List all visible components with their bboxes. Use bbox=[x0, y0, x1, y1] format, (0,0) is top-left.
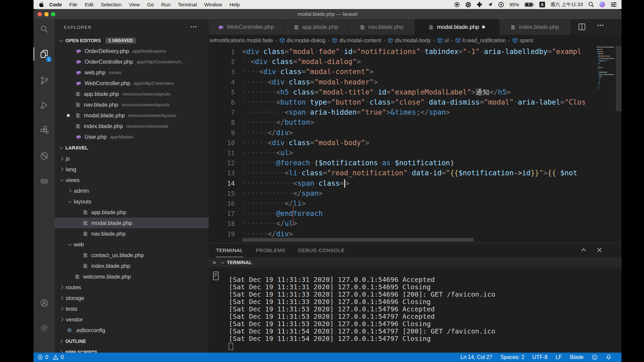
tree-item-welcome-blade-php[interactable]: welcome.blade.php bbox=[55, 271, 209, 282]
menu-bar-clock[interactable]: 週六 上午11:33 bbox=[550, 1, 583, 8]
code-line-11[interactable]: 11········<ul> bbox=[209, 148, 597, 158]
accounts-icon[interactable] bbox=[34, 294, 55, 312]
open-editor-item[interactable]: nav.blade.phpresources/views/layouts bbox=[55, 99, 209, 110]
code-line-14[interactable]: 14············<span·class=> bbox=[209, 178, 597, 189]
code-line-2[interactable]: 2··<div·class="modal-dialog"> bbox=[209, 57, 597, 67]
tree-item-js[interactable]: js bbox=[55, 153, 209, 164]
menu-code[interactable]: Code bbox=[46, 2, 66, 7]
panel-collapse-icon[interactable] bbox=[580, 247, 587, 253]
split-editor-icon[interactable] bbox=[578, 23, 586, 31]
breadcrumb-item[interactable]: div.modal-dialog bbox=[279, 38, 325, 44]
vertical-scrollbar[interactable] bbox=[616, 46, 622, 111]
pinwheel-icon[interactable] bbox=[465, 2, 471, 8]
code-line-1[interactable]: 1<div·class="modal·fade"·id="notificatio… bbox=[209, 47, 597, 57]
open-editor-item[interactable]: app.blade.phpresources/views/layouts bbox=[55, 88, 209, 99]
menu-edit[interactable]: Edit bbox=[81, 2, 97, 7]
close-window-button[interactable] bbox=[38, 12, 42, 16]
section-outline[interactable]: OUTLINE bbox=[55, 336, 209, 347]
tree-item-routes[interactable]: routes bbox=[55, 282, 209, 293]
menu-terminal[interactable]: Terminal bbox=[174, 2, 201, 7]
input-source-icon[interactable]: A bbox=[539, 2, 545, 7]
open-editor-item[interactable]: web.phproutes bbox=[55, 67, 209, 78]
tree-item-lang[interactable]: lang bbox=[55, 164, 209, 175]
panel-tab-problems[interactable]: PROBLEMS bbox=[256, 243, 285, 257]
problems-summary[interactable]: 0 0 bbox=[38, 354, 64, 360]
status-item[interactable]: Blade bbox=[570, 354, 584, 360]
code-line-12[interactable]: 12········@foreach·($notifications·as·$n… bbox=[209, 158, 597, 168]
tab-nav.blade.php[interactable]: nav.blade.php bbox=[349, 19, 415, 35]
tree-item-app-blade-php[interactable]: app.blade.php bbox=[55, 207, 209, 218]
tree-item-modal-blade-php[interactable]: modal.blade.php bbox=[55, 218, 209, 228]
status-item[interactable]: Ln 14, Col 27 bbox=[461, 354, 492, 360]
terminal-section-header[interactable]: > TERMINAL bbox=[209, 257, 622, 267]
menu-view[interactable]: View bbox=[125, 2, 143, 7]
tab-app.blade.php[interactable]: app.blade.php bbox=[283, 19, 349, 35]
status-item[interactable]: UTF-8 bbox=[532, 354, 547, 360]
terminal-output[interactable]: [Sat Dec 19 11:31:31 2020] 127.0.0.1:546… bbox=[229, 276, 495, 351]
tree-item-tests[interactable]: tests bbox=[55, 303, 209, 314]
explorer-icon[interactable]: 1 bbox=[34, 45, 55, 63]
breadcrumb-item[interactable]: div.modal-body bbox=[387, 38, 431, 44]
code-line-10[interactable]: 10······<div·class="modal-body"> bbox=[209, 138, 597, 148]
open-editor-item[interactable]: User.phpapp/Models bbox=[55, 131, 209, 142]
title-bar[interactable]: modal.blade.php — laravel bbox=[34, 9, 622, 19]
code-line-5[interactable]: 5········<h5·class="modal-title"·id="exa… bbox=[209, 87, 597, 98]
more-editor-actions-icon[interactable]: ⋯ bbox=[597, 21, 604, 29]
search-icon[interactable] bbox=[34, 20, 55, 38]
code-line-15[interactable]: 15············</span> bbox=[209, 188, 597, 199]
open-editors-header[interactable]: OPEN EDITORS 1 UNSAVED bbox=[55, 35, 209, 46]
tree-item-nav-blade-php[interactable]: nav.blade.php bbox=[55, 228, 209, 239]
breadcrumb-item[interactable]: iv#notifications.modal.fade bbox=[210, 38, 273, 44]
menu-file[interactable]: File bbox=[66, 2, 81, 7]
screen-record-icon[interactable] bbox=[454, 2, 460, 7]
code-line-19[interactable]: 19······</div> bbox=[209, 229, 597, 239]
horizontal-scrollbar[interactable] bbox=[242, 238, 474, 242]
terminal-log-icon[interactable] bbox=[212, 271, 220, 281]
workspace-root-header[interactable]: LARAVEL bbox=[55, 142, 209, 153]
settings-icon[interactable] bbox=[34, 319, 55, 337]
zoom-window-button[interactable] bbox=[51, 12, 55, 16]
code-line-8[interactable]: 8········</button> bbox=[209, 117, 597, 128]
panel-tab-terminal[interactable]: TERMINAL bbox=[216, 243, 243, 257]
section-npm-scripts[interactable]: NPM SCRIPTS bbox=[55, 347, 209, 353]
tree-item-web[interactable]: web bbox=[55, 239, 209, 250]
panel-close-icon[interactable] bbox=[596, 247, 602, 253]
code-line-4[interactable]: 4······<div·class="modal-header"> bbox=[209, 77, 597, 87]
tree-item-index-blade-php[interactable]: index.blade.php bbox=[55, 260, 209, 271]
minimize-window-button[interactable] bbox=[44, 12, 49, 16]
tab-modal.blade.php[interactable]: modal.blade.php bbox=[415, 19, 499, 35]
spotlight-icon[interactable] bbox=[588, 2, 594, 7]
feedback-smiley-icon[interactable] bbox=[592, 354, 598, 360]
code-line-3[interactable]: 3····<div·class="modal-content"> bbox=[209, 67, 597, 77]
chevron-right-icon[interactable]: > bbox=[213, 259, 216, 266]
code-editor[interactable]: 1<div·class="modal·fade"·id="notificatio… bbox=[209, 46, 622, 242]
code-line-18[interactable]: 18········</ul> bbox=[209, 219, 597, 229]
open-editor-item[interactable]: index.blade.phpresources/views/web bbox=[55, 121, 209, 131]
breadcrumb-item[interactable]: spanc bbox=[512, 38, 534, 44]
menu-selection[interactable]: Selection bbox=[97, 2, 125, 7]
game-pad-icon[interactable] bbox=[34, 172, 55, 190]
breadcrumb-item[interactable]: ul bbox=[437, 38, 448, 44]
source-control-icon[interactable] bbox=[34, 72, 55, 89]
menu-window[interactable]: Window bbox=[201, 2, 226, 7]
tab-index.blade.php[interactable]: index.blade.php bbox=[499, 19, 571, 35]
status-item[interactable]: Spaces: 2 bbox=[500, 354, 524, 360]
tree-item-admin[interactable]: admin bbox=[55, 185, 209, 196]
menu-run[interactable]: Run bbox=[158, 2, 174, 7]
code-line-17[interactable]: 17········@endforeach bbox=[209, 208, 597, 219]
extensions-icon[interactable] bbox=[34, 121, 55, 139]
tree-item-views[interactable]: views bbox=[55, 175, 209, 185]
tree-item--editorconfig[interactable]: .editorconfig bbox=[55, 325, 209, 336]
open-editor-item[interactable]: OrderController.phpapp/Http/Controllers/… bbox=[55, 56, 209, 67]
tree-item-layouts[interactable]: layouts bbox=[55, 196, 209, 207]
menu-help[interactable]: Help bbox=[226, 2, 244, 7]
tree-item-contact-us-blade-php[interactable]: contact_us.blade.php bbox=[55, 250, 209, 260]
code-line-7[interactable]: 7··········<span·aria-hidden="true">&tim… bbox=[209, 107, 597, 118]
code-line-6[interactable]: 6········<button·type="button"·class="cl… bbox=[209, 97, 597, 108]
open-editor-item[interactable]: modal.blade.phpresources/views/layouts bbox=[55, 110, 209, 121]
more-actions-icon[interactable]: ⋯ bbox=[190, 22, 197, 31]
breadcrumb-item[interactable]: div.modal-content bbox=[332, 38, 381, 44]
code-line-9[interactable]: 9······</div> bbox=[209, 128, 597, 138]
panel-tab-debug-console[interactable]: DEBUG CONSOLE bbox=[298, 243, 345, 257]
status-item[interactable]: LF bbox=[555, 354, 562, 360]
